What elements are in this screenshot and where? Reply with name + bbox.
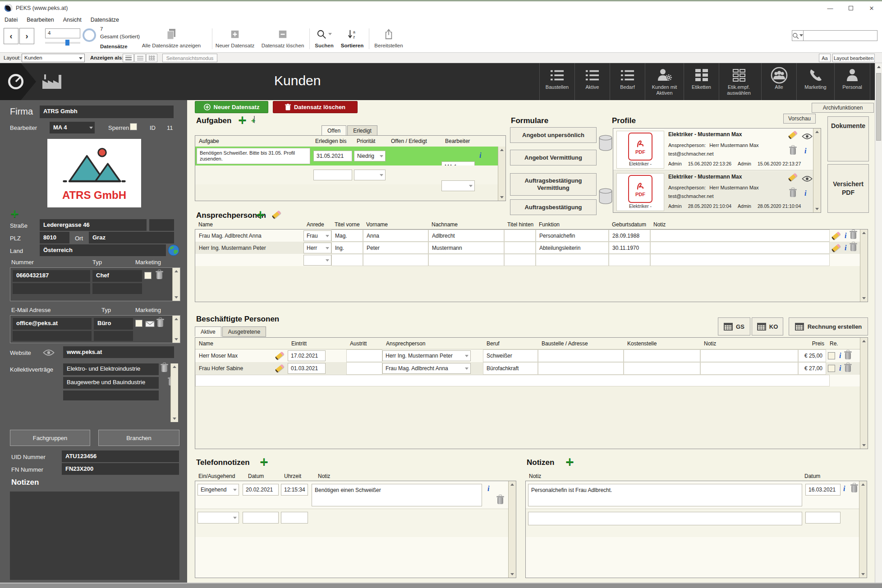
strasse-field[interactable]: Lederergasse 46 [40, 219, 147, 231]
info-icon[interactable]: i [479, 152, 481, 159]
add-note-icon[interactable] [565, 457, 574, 466]
scroll-up-icon[interactable] [173, 366, 176, 368]
delete-record-action-button[interactable]: Datensatz löschen [273, 101, 358, 113]
anrede-select[interactable]: Herr [303, 243, 331, 253]
delete-record-button[interactable]: Datensatz löschen [258, 27, 308, 52]
info-icon[interactable]: i [839, 365, 841, 372]
strasse-zusatz-field[interactable] [149, 219, 174, 231]
baustelle-cell[interactable] [538, 349, 624, 362]
header-button-aktive[interactable]: Aktive [574, 63, 610, 100]
scroll-up-icon[interactable] [175, 318, 178, 320]
notiz-cell[interactable] [700, 362, 798, 375]
versichert-pdf-button[interactable]: Versichert PDF [827, 164, 869, 213]
email-list-scrollbar[interactable] [172, 316, 180, 343]
find-button[interactable]: Suchen [311, 27, 337, 52]
scroll-up-icon[interactable] [862, 340, 866, 342]
pencil-icon[interactable] [831, 231, 841, 240]
kollektiv-item-empty[interactable] [63, 390, 159, 400]
tab-ausgetretene[interactable]: Ausgetretene [222, 326, 266, 337]
fn-field[interactable]: FN23X200 [62, 463, 179, 475]
tasks-scrollbar[interactable] [498, 147, 505, 201]
austritt-cell[interactable] [346, 362, 382, 375]
ort-field[interactable]: Graz [89, 232, 174, 243]
quick-search-icon[interactable] [792, 30, 804, 41]
scroll-up-icon[interactable] [510, 483, 514, 486]
header-button-bedarf[interactable]: Bedarf [610, 63, 645, 100]
titel-hinten-cell[interactable] [504, 230, 536, 242]
list-view-button[interactable] [134, 54, 146, 62]
add-address-icon[interactable] [10, 209, 19, 218]
minimize-button[interactable]: — [820, 1, 841, 15]
email-typ-field[interactable]: Büro [94, 318, 133, 330]
employees-scrollbar[interactable] [860, 338, 868, 449]
task-text-field[interactable]: Benötigen Schweißer. Bitte bis 31.05. Pr… [197, 148, 310, 164]
kollektiv-scrollbar[interactable] [170, 363, 178, 422]
uhrzeit-field-empty[interactable] [281, 512, 308, 524]
menu-ansicht[interactable]: Ansicht [63, 17, 82, 23]
info-icon[interactable]: i [487, 486, 489, 492]
empty-cell[interactable] [609, 254, 650, 266]
datum-field[interactable]: 20.02.2021 [243, 484, 279, 496]
direction-select[interactable]: Eingehend [198, 484, 239, 496]
empty-cell[interactable] [331, 254, 363, 266]
funktion-cell[interactable]: Abteilungsleiterin [536, 242, 609, 254]
nachname-cell[interactable]: Mustermann [428, 242, 504, 254]
form-view-button[interactable] [123, 54, 134, 62]
eye-icon[interactable] [43, 349, 55, 356]
profile-pdf-card[interactable]: PDF Elektriker - [616, 173, 664, 211]
menu-datensaetze[interactable]: Datensätze [91, 17, 119, 23]
notes-scrollbar[interactable] [859, 481, 867, 578]
info-icon[interactable]: i [804, 148, 806, 154]
ko-button[interactable]: KO [752, 317, 783, 335]
contacts-scrollbar[interactable] [860, 230, 868, 302]
trash-icon[interactable] [850, 232, 856, 239]
pencil-icon[interactable] [275, 364, 284, 373]
tab-offen[interactable]: Offen [322, 125, 346, 136]
envelope-icon[interactable] [145, 321, 155, 327]
phone-number-field[interactable]: 0660432187 [13, 270, 90, 282]
empty-cell[interactable] [536, 254, 609, 266]
preis-cell[interactable]: € 25,00 [798, 349, 826, 362]
email-typ-field-empty[interactable] [94, 331, 133, 341]
next-record-button[interactable]: › [19, 28, 34, 44]
empty-cell[interactable] [363, 254, 428, 266]
email-field-empty[interactable] [13, 331, 92, 341]
scroll-down-icon[interactable] [862, 444, 866, 446]
share-button[interactable]: Bereitstellen [371, 27, 407, 52]
scroll-up-icon[interactable] [815, 131, 819, 133]
scroll-down-icon[interactable] [500, 196, 504, 198]
scroll-down-icon[interactable] [861, 573, 865, 575]
header-button-baustellen[interactable]: Baustellen [539, 63, 574, 100]
factory-icon[interactable] [41, 73, 62, 90]
current-record-input[interactable]: 4 [45, 28, 80, 38]
task-priority-select[interactable]: Niedrig [354, 151, 386, 161]
ansprechperson-select[interactable]: Herr Ing. Mustermann Peter [382, 350, 471, 361]
kollektiv-item[interactable]: Baugewerbe und Bauindustrie [63, 377, 159, 389]
firma-field[interactable]: ATRS Gmbh [40, 106, 174, 118]
kollektiv-item[interactable]: Elektro- und Elektroindustrie [63, 363, 159, 375]
new-record-button[interactable]: Neuer Datensatz [213, 27, 257, 52]
info-icon[interactable]: i [804, 190, 806, 197]
add-phone-note-icon[interactable] [259, 457, 269, 466]
menu-bearbeiten[interactable]: Bearbeiten [27, 17, 54, 23]
add-task-from-list-icon[interactable] [254, 116, 255, 123]
funktion-cell[interactable]: Personalchefin [536, 230, 609, 242]
scroll-down-icon[interactable] [862, 297, 866, 299]
beruf-cell[interactable]: Bürofachkraft [483, 362, 538, 375]
header-button-personal[interactable]: Personal [834, 63, 870, 100]
auftragsbestaetigung-vermittlung-button[interactable]: Auftragsbestätigung Vermittlung [510, 173, 597, 196]
nachname-cell[interactable]: Adlbrecht [428, 230, 504, 242]
pencil-icon[interactable] [788, 173, 797, 182]
eintritt-field[interactable]: 17.02.2021 [288, 350, 326, 361]
email-field[interactable]: office@peks.at [13, 318, 92, 330]
trash-icon[interactable] [161, 365, 167, 372]
kostenstelle-cell[interactable] [624, 362, 700, 375]
titel-hinten-cell[interactable] [504, 242, 536, 254]
notiz-cell[interactable] [650, 242, 830, 254]
task-priority-select-empty[interactable] [354, 170, 386, 180]
anrede-select[interactable]: Frau [303, 230, 331, 241]
eintritt-field[interactable]: 01.03.2021 [288, 363, 326, 374]
trash-icon[interactable] [845, 365, 851, 372]
task-bearbeiter-select-empty[interactable] [441, 180, 475, 191]
preview-mode-button[interactable]: Seitenansichtsmodus [162, 54, 217, 62]
